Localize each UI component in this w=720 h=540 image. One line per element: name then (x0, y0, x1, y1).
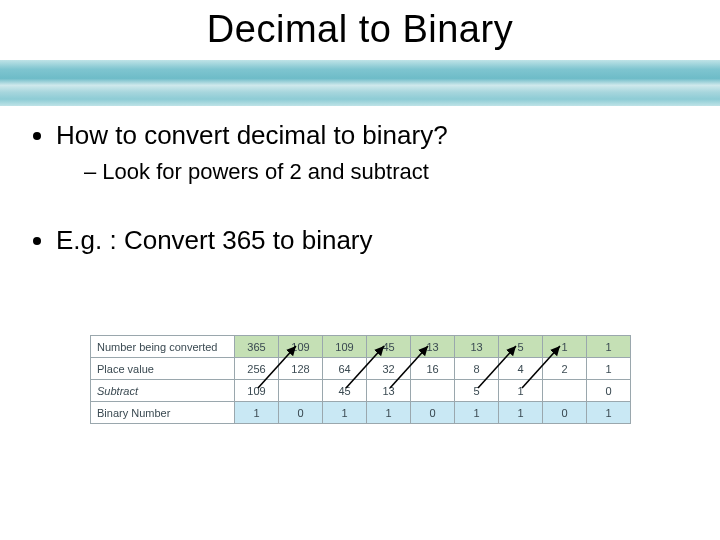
bullet-list: How to convert decimal to binary? – Look… (28, 120, 692, 185)
cell: 0 (279, 402, 323, 424)
cell: 2 (543, 358, 587, 380)
cell: 8 (455, 358, 499, 380)
cell: 1 (587, 336, 631, 358)
slide-title: Decimal to Binary (0, 8, 720, 51)
cell: 256 (235, 358, 279, 380)
cell: 1 (235, 402, 279, 424)
cell: 64 (323, 358, 367, 380)
title-banner (0, 60, 720, 106)
cell: 109 (279, 336, 323, 358)
table-row: Binary Number 1 0 1 1 0 1 1 0 1 (91, 402, 631, 424)
conversion-table-wrap: Number being converted 365 109 109 45 13… (90, 335, 630, 424)
bullet-list-2: E.g. : Convert 365 to binary (28, 225, 692, 256)
cell: 1 (455, 402, 499, 424)
cell: 13 (455, 336, 499, 358)
cell: 45 (323, 380, 367, 402)
cell: 1 (543, 336, 587, 358)
cell: 1 (499, 402, 543, 424)
cell: 5 (455, 380, 499, 402)
slide-body: How to convert decimal to binary? – Look… (28, 120, 692, 262)
cell: 1 (323, 402, 367, 424)
bullet-1: How to convert decimal to binary? – Look… (56, 120, 692, 185)
cell: 1 (587, 402, 631, 424)
cell: 45 (367, 336, 411, 358)
bullet-1-sub: – Look for powers of 2 and subtract (56, 159, 692, 185)
cell (411, 380, 455, 402)
bullet-2: E.g. : Convert 365 to binary (56, 225, 692, 256)
row-label: Number being converted (91, 336, 235, 358)
cell: 109 (235, 380, 279, 402)
cell: 128 (279, 358, 323, 380)
cell: 1 (499, 380, 543, 402)
conversion-table: Number being converted 365 109 109 45 13… (90, 335, 631, 424)
cell: 0 (543, 402, 587, 424)
row-label: Binary Number (91, 402, 235, 424)
cell: 32 (367, 358, 411, 380)
slide: Decimal to Binary How to convert decimal… (0, 0, 720, 540)
cell: 5 (499, 336, 543, 358)
bullet-1-text: How to convert decimal to binary? (56, 120, 448, 150)
cell: 1 (587, 358, 631, 380)
row-label: Place value (91, 358, 235, 380)
cell: 109 (323, 336, 367, 358)
cell: 13 (367, 380, 411, 402)
table-row: Place value 256 128 64 32 16 8 4 2 1 (91, 358, 631, 380)
cell: 16 (411, 358, 455, 380)
table-row: Subtract 109 45 13 5 1 0 (91, 380, 631, 402)
cell: 365 (235, 336, 279, 358)
row-label: Subtract (91, 380, 235, 402)
cell (279, 380, 323, 402)
table-row: Number being converted 365 109 109 45 13… (91, 336, 631, 358)
cell: 13 (411, 336, 455, 358)
bullet-1-sub-text: – Look for powers of 2 and subtract (84, 159, 692, 185)
cell: 0 (587, 380, 631, 402)
cell (543, 380, 587, 402)
cell: 0 (411, 402, 455, 424)
cell: 1 (367, 402, 411, 424)
cell: 4 (499, 358, 543, 380)
